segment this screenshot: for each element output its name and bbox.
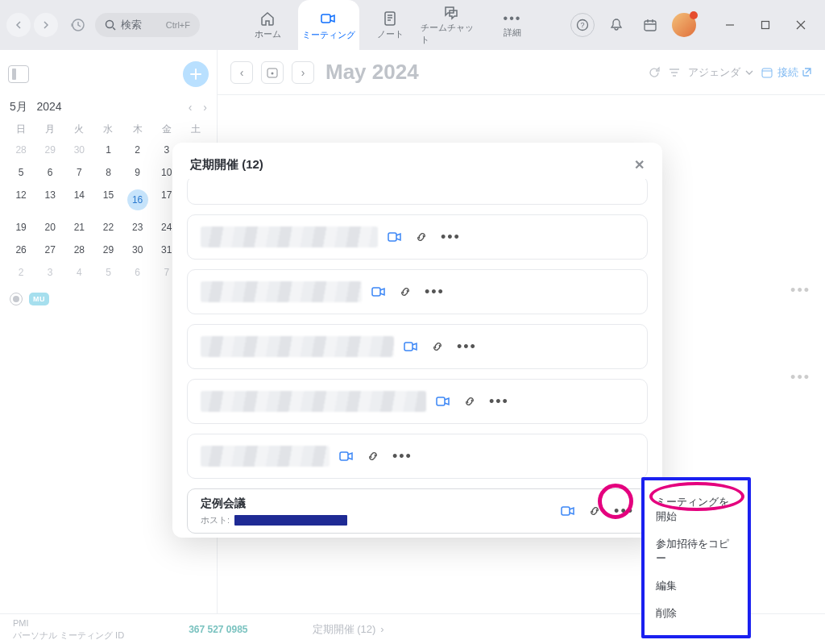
tab-more[interactable]: ••• 詳細 — [482, 0, 543, 50]
date-cell[interactable]: 19 — [6, 222, 35, 233]
item-more-button[interactable]: ••• — [457, 339, 477, 354]
date-cell[interactable]: 26 — [6, 244, 35, 256]
cal-next-button[interactable]: › — [292, 61, 314, 84]
date-cell[interactable]: 8 — [93, 167, 122, 178]
date-cell[interactable]: 2 — [123, 144, 152, 156]
nav-forward-button[interactable] — [34, 13, 58, 37]
date-cell[interactable]: 3 — [35, 267, 64, 278]
date-cell[interactable]: 12 — [6, 189, 35, 210]
bell-button[interactable] — [604, 13, 628, 37]
help-button[interactable]: ? — [570, 13, 595, 37]
history-button[interactable] — [66, 13, 90, 37]
add-meeting-button[interactable] — [183, 61, 209, 87]
date-cell[interactable]: 14 — [64, 189, 93, 210]
pmi-value[interactable]: 367 527 0985 — [189, 624, 247, 635]
weekday-cell: 金 — [152, 123, 181, 136]
item-more-button[interactable]: ••• — [489, 394, 509, 409]
date-cell[interactable]: 20 — [35, 222, 64, 233]
svg-rect-7 — [762, 22, 769, 29]
date-cell[interactable]: 6 — [35, 167, 64, 178]
meeting-item-selected[interactable]: 定例会議 ホスト: ••• — [187, 488, 648, 534]
date-cell[interactable]: 27 — [35, 244, 64, 256]
filter-button[interactable] — [669, 67, 680, 78]
start-video-icon[interactable] — [436, 394, 450, 409]
date-cell[interactable]: 1 — [93, 144, 122, 156]
date-cell[interactable]: 13 — [35, 189, 64, 210]
date-cell[interactable]: 2 — [6, 267, 35, 278]
date-cell[interactable]: 5 — [6, 167, 35, 178]
date-cell[interactable]: 15 — [93, 189, 122, 210]
bg-row-more-2[interactable]: ••• — [790, 369, 810, 386]
popover-close-button[interactable]: ✕ — [634, 157, 645, 172]
item-more-button-active[interactable]: ••• — [614, 504, 634, 518]
minimize-button[interactable] — [712, 13, 748, 37]
date-cell[interactable]: 29 — [35, 144, 64, 156]
item-more-button[interactable]: ••• — [425, 285, 445, 299]
content-title: May 2024 — [325, 60, 419, 85]
panel-toggle-button[interactable] — [8, 65, 29, 83]
date-cell[interactable]: 21 — [64, 222, 93, 233]
date-cell[interactable]: 30 — [123, 244, 152, 256]
chevron-right-icon: › — [380, 623, 383, 635]
meeting-item[interactable]: ••• — [187, 324, 648, 369]
date-cell[interactable]: 28 — [6, 144, 35, 156]
date-cell[interactable]: 23 — [123, 222, 152, 233]
search-input[interactable]: 検索 Ctrl+F — [95, 13, 200, 37]
tab-home[interactable]: ホーム — [237, 0, 298, 50]
nav-back-button[interactable] — [6, 13, 31, 37]
copy-link-icon[interactable] — [431, 340, 444, 353]
cal-prev-button[interactable]: ‹ — [230, 61, 253, 84]
tab-meeting[interactable]: ミーティング — [298, 0, 359, 50]
svg-rect-13 — [404, 343, 412, 351]
ctx-copy-invite[interactable]: 参加招待をコピー — [645, 530, 748, 572]
calendar-button[interactable] — [638, 13, 662, 37]
date-cell[interactable]: 9 — [123, 167, 152, 178]
start-video-icon[interactable] — [371, 285, 386, 299]
today-icon — [267, 67, 278, 78]
connect-button[interactable]: 接続 — [761, 65, 812, 80]
mini-cal-prev[interactable]: ‹ — [189, 101, 193, 114]
avatar[interactable] — [672, 13, 696, 37]
tab-note[interactable]: ノート — [359, 0, 421, 50]
close-button[interactable] — [783, 13, 819, 37]
recurring-count-button[interactable]: 定期開催 (12) › — [313, 622, 384, 637]
copy-link-icon[interactable] — [399, 285, 412, 298]
date-cell[interactable]: 29 — [93, 244, 122, 256]
ctx-start-meeting[interactable]: ミーティングを開始 — [645, 488, 748, 530]
date-cell[interactable]: 7 — [64, 167, 93, 178]
refresh-icon — [648, 66, 661, 79]
svg-rect-14 — [437, 397, 445, 405]
copy-link-icon[interactable] — [415, 231, 428, 243]
tab-teamchat[interactable]: チームチャット — [421, 0, 482, 50]
start-video-icon[interactable] — [404, 339, 418, 354]
copy-link-icon[interactable] — [367, 450, 379, 463]
meeting-item[interactable] — [187, 179, 648, 205]
meeting-item[interactable]: ••• — [187, 379, 648, 424]
bg-row-more-1[interactable]: ••• — [790, 282, 810, 299]
ctx-delete[interactable]: 削除 — [645, 600, 748, 627]
start-video-icon[interactable] — [561, 504, 575, 518]
meeting-item[interactable]: ••• — [187, 214, 648, 260]
start-video-icon[interactable] — [339, 449, 354, 463]
date-cell[interactable]: 16 — [123, 189, 152, 210]
date-cell[interactable]: 6 — [123, 267, 152, 278]
date-cell[interactable]: 4 — [64, 267, 93, 278]
mini-cal-next[interactable]: › — [203, 101, 207, 114]
date-cell[interactable]: 5 — [93, 267, 122, 278]
meeting-item[interactable]: ••• — [187, 269, 648, 314]
meeting-item[interactable]: ••• — [187, 434, 648, 479]
agenda-view-button[interactable]: アジェンダ — [688, 65, 753, 80]
date-cell[interactable]: 30 — [64, 144, 93, 156]
item-more-button[interactable]: ••• — [392, 449, 412, 463]
item-more-button[interactable]: ••• — [441, 230, 461, 244]
refresh-button[interactable] — [648, 66, 661, 79]
ctx-edit[interactable]: 編集 — [645, 572, 748, 600]
cal-today-button[interactable] — [261, 61, 284, 84]
date-cell[interactable]: 22 — [93, 222, 122, 233]
date-cell[interactable]: 28 — [64, 244, 93, 256]
host-label: ホスト: — [201, 514, 230, 526]
start-video-icon[interactable] — [388, 230, 402, 244]
copy-link-icon[interactable] — [588, 505, 601, 517]
maximize-button[interactable] — [748, 13, 783, 37]
copy-link-icon[interactable] — [463, 395, 476, 408]
